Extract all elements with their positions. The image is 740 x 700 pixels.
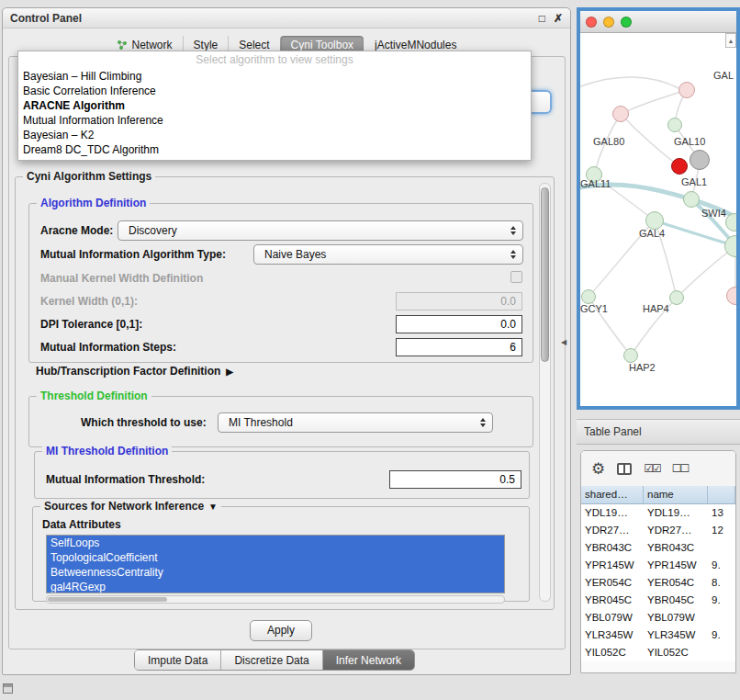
aracne-mode-combobox[interactable]: Discovery [118, 220, 523, 241]
group-title: Threshold Definition [37, 390, 151, 402]
node-label: HAP2 [629, 362, 656, 373]
table-row[interactable]: YER054CYER054C8. [581, 574, 735, 592]
network-node[interactable] [671, 158, 688, 175]
table-row[interactable]: YPR145WYPR145W9. [581, 557, 735, 574]
group-title: MI Threshold Definition [42, 445, 172, 457]
dropdown-item[interactable]: Bayesian – Hill Climbing [18, 69, 531, 84]
cell: 9. [708, 592, 735, 609]
network-node[interactable] [645, 211, 664, 230]
tab-impute-data[interactable]: Impute Data [135, 650, 220, 670]
cell: YPR145W [581, 557, 644, 574]
column-header[interactable] [708, 486, 735, 503]
network-node[interactable] [683, 191, 700, 208]
dropdown-item[interactable]: Dream8 DC_TDC Algorithm [18, 142, 531, 157]
dropdown-item[interactable]: Bayesian – K2 [18, 128, 531, 142]
table-header: shared… name [581, 486, 735, 504]
node-label: GAL [713, 70, 734, 81]
select-all-checks-icon[interactable]: ☑☑ [644, 462, 660, 475]
dropdown-item[interactable]: Mutual Information Inference [18, 113, 531, 128]
tab-infer-network[interactable]: Infer Network [322, 650, 414, 670]
combobox-arrows-icon [507, 250, 522, 259]
table-panel-title: Table Panel [584, 425, 642, 438]
algorithm-definition-group: Algorithm Definition Aracne Mode: Discov… [28, 203, 533, 363]
mi-steps-field[interactable]: 6 [396, 338, 522, 356]
which-threshold-combobox[interactable]: MI Threshold [218, 412, 493, 433]
dropdown-item-selected[interactable]: ARACNE Algorithm [18, 98, 531, 113]
network-node[interactable] [667, 118, 682, 132]
mi-algorithm-type-combobox[interactable]: Naive Bayes [253, 244, 523, 265]
cell: 9. [708, 557, 735, 574]
list-item[interactable]: SelfLoops [47, 536, 504, 550]
table-row[interactable]: YDR27…YDR27…12 [581, 522, 735, 539]
cell: 8. [708, 574, 735, 592]
node-label: GAL4 [639, 228, 665, 239]
float-window-icon[interactable]: □ [539, 13, 545, 24]
network-node[interactable] [678, 82, 695, 98]
scrollbar-thumb[interactable] [541, 187, 549, 362]
node-label: GAL10 [674, 136, 705, 147]
hub-definition-section[interactable]: Hub/Transcription Factor Definition ▶ [36, 365, 233, 378]
table-row[interactable]: YBL079WYBL079W [581, 609, 735, 627]
gear-icon[interactable]: ⚙ [591, 461, 605, 477]
cyni-algorithm-settings-group: Cyni Algorithm Settings Algorithm Defini… [15, 176, 555, 610]
cell: 12 [708, 522, 735, 539]
list-item[interactable]: gal4RGexp [47, 580, 504, 593]
close-button[interactable] [586, 17, 597, 28]
dropdown-placeholder: Select algorithm to view settings [18, 53, 531, 69]
cell: YLR345W [581, 627, 644, 644]
network-node[interactable] [623, 348, 638, 363]
mi-threshold-field[interactable]: 0.5 [389, 470, 521, 489]
control-panel-window: Control Panel □ ✗ Network Style Select [2, 7, 571, 675]
window-controls: □ ✗ [539, 13, 563, 24]
table-row[interactable]: YIL052CYIL052C [581, 644, 735, 661]
list-item[interactable]: BetweennessCentrality [47, 565, 504, 580]
cell: YDR27… [581, 522, 644, 539]
cell: YER054C [644, 574, 708, 592]
tab-label: Style [194, 39, 219, 51]
dropdown-item[interactable]: Basic Correlation Inference [18, 84, 531, 98]
settings-vertical-scrollbar[interactable] [539, 183, 551, 602]
table-row[interactable]: YDL19…YDL19…13 [581, 504, 735, 522]
kernel-width-field[interactable]: 0.0 [396, 292, 522, 310]
desktop: Control Panel □ ✗ Network Style Select [0, 0, 740, 700]
table-row[interactable]: YBR043CYBR043C [581, 539, 735, 557]
dpi-tolerance-field[interactable]: 0.0 [396, 315, 522, 333]
close-window-icon[interactable]: ✗ [554, 13, 563, 24]
network-window-titlebar [580, 11, 736, 33]
network-node[interactable] [612, 106, 629, 122]
apply-button[interactable]: Apply [250, 620, 312, 641]
horizontal-scrollbar[interactable] [46, 595, 505, 604]
table-row[interactable]: YLR345WYLR345W9. [581, 627, 735, 644]
column-header[interactable]: name [644, 486, 708, 503]
list-item[interactable]: TopologicalCoefficient [47, 550, 504, 565]
minimize-button[interactable] [603, 17, 614, 28]
zoom-button[interactable] [621, 17, 632, 28]
columns-icon[interactable] [617, 463, 632, 475]
table-panel-body: ⚙ ☑☑ ☐☐ shared… name YDL19…YDL19…13 YDR2… [580, 450, 736, 673]
splitter-collapse-button[interactable]: ◀ [561, 338, 566, 346]
table-toolbar: ⚙ ☑☑ ☐☐ [581, 451, 735, 486]
table-panel: Table Panel ⚙ ☑☑ ☐☐ shared… name YDL19…Y… [577, 419, 740, 677]
table-row[interactable]: YBR045CYBR045C9. [581, 592, 735, 609]
scroll-up-button[interactable]: ▲ [725, 33, 736, 48]
tab-label: Network [132, 39, 173, 51]
network-node[interactable] [690, 150, 710, 170]
node-label: GAL80 [593, 136, 624, 147]
network-node[interactable] [669, 290, 684, 305]
scrollbar-thumb[interactable] [48, 597, 167, 602]
cell: 9. [708, 627, 735, 644]
network-canvas[interactable]: GAL GAL80 GAL10 GAL11 GAL1 SWI4 GAL4 GCY… [580, 33, 736, 405]
manual-kernel-checkbox[interactable] [510, 271, 522, 283]
mi-steps-label: Mutual Information Steps: [40, 341, 176, 354]
aracne-mode-label: Aracne Mode: [40, 224, 113, 237]
network-node[interactable] [581, 289, 596, 304]
deselect-all-checks-icon[interactable]: ☐☐ [672, 462, 689, 475]
cell: YBR043C [644, 539, 708, 557]
docked-panel-icon[interactable] [3, 683, 13, 694]
column-header[interactable]: shared… [581, 486, 644, 503]
cell: YPR145W [644, 557, 708, 574]
table-panel-titlebar: Table Panel [577, 419, 740, 445]
sources-section[interactable]: Sources for Network Inference ▼ [40, 500, 221, 513]
node-label: GCY1 [580, 303, 608, 314]
tab-discretize-data[interactable]: Discretize Data [220, 650, 321, 670]
